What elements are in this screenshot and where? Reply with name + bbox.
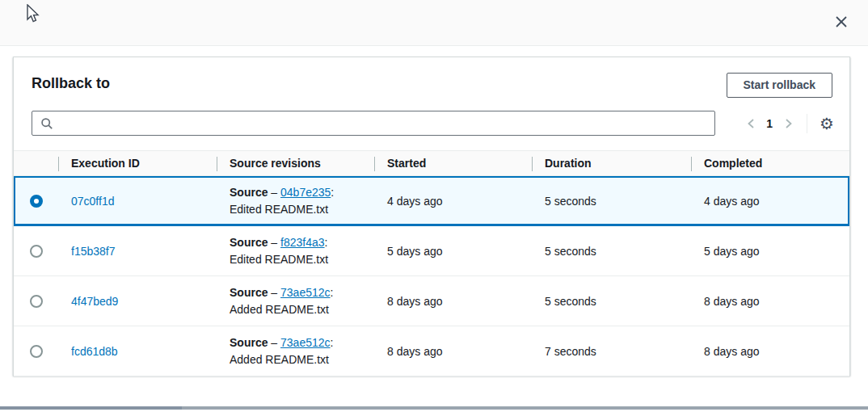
column-header-execution-id: Execution ID: [58, 151, 217, 177]
started-value: 8 days ago: [374, 295, 532, 308]
next-page-button[interactable]: [777, 113, 798, 134]
duration-value: 7 seconds: [532, 345, 691, 358]
commit-message: Added README.txt: [230, 351, 374, 368]
close-button[interactable]: [831, 11, 852, 32]
source-colon: :: [331, 186, 334, 199]
search-icon: [40, 117, 53, 130]
row-radio[interactable]: [30, 345, 43, 358]
executions-table: Execution ID Source revisions Started Du…: [14, 150, 849, 375]
horizontal-scrollbar-thumb[interactable]: [0, 406, 182, 410]
mouse-cursor-icon: [27, 4, 40, 25]
preferences-gear-button[interactable]: ⚙: [815, 112, 838, 135]
rollback-panel: Rollback to Start rollback 1 ⚙: [13, 57, 850, 376]
pagination-divider: [807, 114, 807, 133]
source-label: Source: [230, 336, 268, 349]
current-page-number[interactable]: 1: [761, 117, 777, 130]
table-row[interactable]: 07c0ff1d Source – 04b7e235: Edited READM…: [14, 176, 849, 226]
source-label: Source: [230, 286, 268, 299]
source-label: Source: [230, 186, 268, 199]
gear-icon: ⚙: [820, 114, 834, 133]
row-radio[interactable]: [30, 245, 43, 258]
table-row[interactable]: f15b38f7 Source – f823f4a3: Edited READM…: [14, 226, 849, 276]
panel-title: Rollback to: [32, 75, 110, 92]
source-colon: :: [331, 336, 334, 349]
chevron-right-icon: [783, 118, 794, 129]
duration-value: 5 seconds: [532, 245, 691, 258]
start-rollback-button[interactable]: Start rollback: [727, 73, 832, 98]
source-separator: –: [271, 236, 277, 249]
previous-page-button[interactable]: [740, 113, 761, 134]
started-value: 4 days ago: [374, 195, 532, 208]
duration-value: 5 seconds: [532, 195, 691, 208]
column-header-completed: Completed: [691, 151, 849, 177]
table-row[interactable]: fcd61d8b Source – 73ae512c: Added README…: [14, 326, 849, 376]
row-radio[interactable]: [30, 295, 43, 308]
source-separator: –: [271, 286, 277, 299]
column-header-source-revisions: Source revisions: [217, 151, 374, 177]
commit-message: Edited README.txt: [230, 251, 374, 268]
table-header-row: Execution ID Source revisions Started Du…: [14, 150, 849, 176]
execution-id-link[interactable]: f15b38f7: [71, 245, 116, 258]
commit-link[interactable]: 04b7e235: [280, 186, 331, 199]
table-row[interactable]: 4f47bed9 Source – 73ae512c: Added README…: [14, 276, 849, 326]
close-icon: [835, 15, 848, 28]
source-colon: :: [325, 236, 328, 249]
search-input[interactable]: [58, 111, 714, 135]
execution-id-link[interactable]: fcd61d8b: [71, 345, 118, 358]
column-header-started: Started: [374, 151, 532, 177]
source-separator: –: [271, 336, 277, 349]
source-colon: :: [331, 286, 334, 299]
source-separator: –: [271, 186, 277, 199]
column-header-duration: Duration: [532, 151, 691, 177]
commit-link[interactable]: 73ae512c: [280, 336, 331, 349]
commit-link[interactable]: f823f4a3: [280, 236, 325, 249]
commit-message: Added README.txt: [230, 301, 374, 318]
screen: Rollback to Start rollback 1 ⚙: [0, 0, 868, 412]
row-radio-selected[interactable]: [30, 195, 43, 208]
completed-value: 8 days ago: [691, 345, 849, 358]
search-box[interactable]: [32, 111, 715, 136]
duration-value: 5 seconds: [532, 295, 691, 308]
execution-id-link[interactable]: 4f47bed9: [71, 295, 118, 308]
modal-header: [0, 0, 868, 46]
pagination: 1 ⚙: [740, 111, 838, 136]
completed-value: 4 days ago: [691, 195, 849, 208]
started-value: 8 days ago: [374, 345, 532, 358]
completed-value: 5 days ago: [691, 245, 849, 258]
started-value: 5 days ago: [374, 245, 532, 258]
completed-value: 8 days ago: [691, 295, 849, 308]
radio-column-header: [14, 151, 58, 177]
chevron-left-icon: [746, 118, 756, 129]
execution-id-link[interactable]: 07c0ff1d: [71, 195, 114, 208]
commit-message: Edited README.txt: [230, 201, 374, 218]
commit-link[interactable]: 73ae512c: [280, 286, 331, 299]
source-label: Source: [230, 236, 268, 249]
horizontal-scrollbar[interactable]: [0, 406, 868, 410]
